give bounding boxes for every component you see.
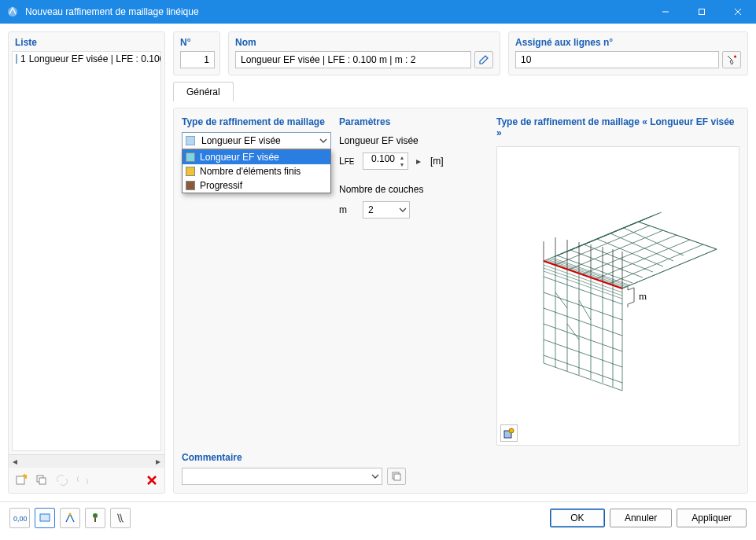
maximize-button[interactable] <box>684 0 720 24</box>
model-icon[interactable] <box>60 508 80 528</box>
view-icon[interactable] <box>35 508 55 528</box>
dd-option-label: Progressif <box>200 180 242 191</box>
comment-library-icon[interactable] <box>387 468 406 485</box>
lfe-symbol: LFE <box>339 156 358 167</box>
main-panel: Type de raffinement de maillage Longueur… <box>173 108 748 494</box>
dd-option-label: Longueur EF visée <box>200 152 279 163</box>
svg-rect-29 <box>40 514 50 521</box>
name-label: Nom <box>235 37 493 48</box>
svg-rect-32 <box>94 518 96 522</box>
swatch-icon <box>186 152 195 162</box>
refine-type-label: Type de raffinement de maillage <box>182 116 331 127</box>
tab-row: Général <box>173 82 748 101</box>
new-item-icon[interactable] <box>12 471 31 490</box>
svg-point-25 <box>509 428 514 433</box>
svg-point-30 <box>69 512 72 515</box>
dd-option-nombre[interactable]: Nombre d'éléments finis <box>183 164 330 178</box>
refine-type-dropdown[interactable]: Longueur EF visée Nombre d'éléments fini… <box>182 149 331 193</box>
tab-general[interactable]: Général <box>173 82 234 101</box>
link-icon <box>53 471 72 490</box>
select-value: Longueur EF visée <box>201 135 281 146</box>
swatch-icon <box>186 181 195 190</box>
refine-type-group: Type de raffinement de maillage Longueur… <box>182 116 331 149</box>
minimize-button[interactable] <box>647 0 684 24</box>
layers-value: 2 <box>368 204 374 215</box>
parameters-group: Paramètres Longueur EF visée LFE 0.100 ▲… <box>339 116 489 446</box>
apply-button[interactable]: Appliquer <box>677 509 747 527</box>
dialog-footer: 0,00 OK Annuler Appliquer <box>0 501 756 533</box>
lfe-unit: [m] <box>430 156 444 167</box>
list-item[interactable]: 1 Longueur EF visée | LFE : 0.100 m <box>13 52 160 66</box>
swatch-icon <box>186 167 195 176</box>
layers-label: Nombre de couches <box>339 184 423 195</box>
unlink-icon <box>73 471 92 490</box>
script-icon[interactable] <box>110 508 131 528</box>
edit-name-icon[interactable] <box>474 51 493 68</box>
dd-option-progressif[interactable]: Progressif <box>183 178 330 193</box>
comment-group: Commentaire <box>182 452 739 485</box>
chevron-down-icon <box>399 206 407 214</box>
list-item-swatch <box>16 54 17 64</box>
name-box: Nom <box>228 31 500 75</box>
list-hscroll[interactable]: ◂ ▸ <box>9 454 164 468</box>
close-button[interactable] <box>720 0 756 24</box>
number-label: N° <box>180 37 213 48</box>
dd-option-label: Nombre d'éléments finis <box>200 166 301 177</box>
cancel-button[interactable]: Annuler <box>610 509 672 527</box>
pick-lines-icon[interactable] <box>722 51 741 68</box>
lfe-value: 0.100 <box>371 153 395 164</box>
svg-rect-5 <box>17 476 24 484</box>
list-header: Liste <box>9 32 164 51</box>
titlebar: Nouveau raffinement de maillage linéique <box>0 0 756 24</box>
mesh-preview-icon: m <box>508 194 728 399</box>
preview-settings-icon[interactable] <box>500 424 518 442</box>
assign-input[interactable] <box>515 51 719 68</box>
svg-text:0,00: 0,00 <box>13 515 27 523</box>
app-icon <box>6 6 19 18</box>
svg-rect-2 <box>699 9 705 15</box>
spinner-icon[interactable]: ▲▼ <box>397 154 407 168</box>
tree-icon[interactable] <box>85 508 105 528</box>
lfe-label: Longueur EF visée <box>339 135 419 146</box>
ok-button[interactable]: OK <box>550 509 605 527</box>
list-body[interactable]: 1 Longueur EF visée | LFE : 0.100 m <box>12 51 161 451</box>
preview-m-label: m <box>639 290 647 302</box>
units-icon[interactable]: 0,00 <box>9 508 30 528</box>
assign-label: Assigné aux lignes n° <box>515 37 741 48</box>
select-swatch <box>186 136 195 145</box>
chevron-down-icon <box>319 137 327 145</box>
list-item-label: Longueur EF visée | LFE : 0.100 m <box>29 53 161 64</box>
svg-rect-7 <box>39 478 46 484</box>
preview-canvas: m <box>496 146 739 446</box>
lfe-input[interactable]: 0.100 ▲▼ <box>363 152 408 170</box>
scroll-right-icon[interactable]: ▸ <box>152 455 164 468</box>
assign-box: Assigné aux lignes n° <box>508 31 748 75</box>
number-input[interactable] <box>180 51 215 68</box>
delete-item-icon[interactable] <box>142 471 161 490</box>
preview-label: Type de raffinement de maillage « Longue… <box>496 116 739 138</box>
lfe-step-button[interactable]: ▸ <box>413 152 424 170</box>
list-item-number: 1 <box>20 53 26 64</box>
parameters-label: Paramètres <box>339 116 489 127</box>
dd-option-longueur[interactable]: Longueur EF visée <box>183 150 330 164</box>
comment-label: Commentaire <box>182 452 739 463</box>
preview-group: Type de raffinement de maillage « Longue… <box>496 116 739 446</box>
refine-type-select[interactable]: Longueur EF visée <box>182 132 331 149</box>
svg-rect-27 <box>394 474 400 480</box>
svg-point-31 <box>93 513 98 518</box>
copy-item-icon[interactable] <box>32 471 51 490</box>
chevron-down-icon <box>371 472 379 480</box>
list-panel: Liste 1 Longueur EF visée | LFE : 0.100 … <box>8 31 165 494</box>
name-input[interactable] <box>235 51 471 68</box>
layers-select[interactable]: 2 <box>363 201 410 219</box>
scroll-left-icon[interactable]: ◂ <box>9 455 21 468</box>
window-title: Nouveau raffinement de maillage linéique <box>25 6 647 17</box>
layers-symbol: m <box>339 204 358 215</box>
number-box: N° <box>173 31 220 75</box>
list-toolbar <box>9 468 164 493</box>
comment-input[interactable] <box>182 468 382 485</box>
